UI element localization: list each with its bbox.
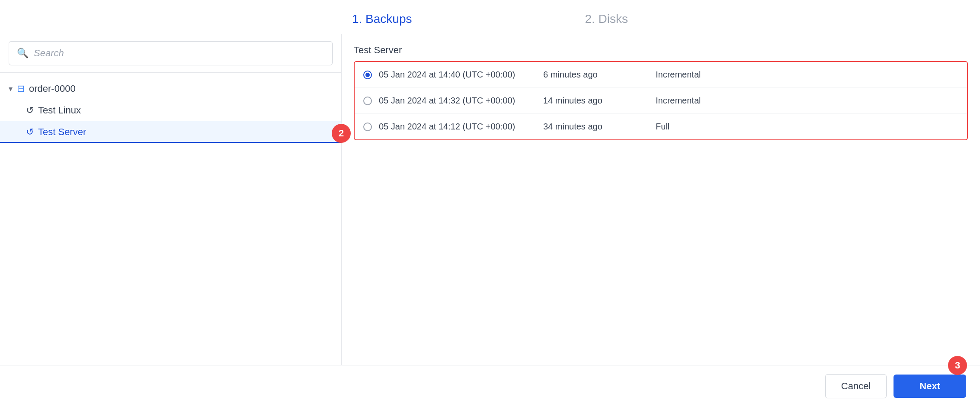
- radio-backup-3[interactable]: [363, 123, 372, 131]
- tree-container: ▾ ⊟ order-0000 ↺ Test Linux ↺ Test Serve…: [0, 73, 341, 365]
- annotation-badge-3: 3: [948, 356, 967, 375]
- next-button[interactable]: Next: [894, 375, 966, 398]
- wizard-step-2: 2. Disks: [498, 12, 714, 26]
- annotation-badge-2: 2: [332, 124, 351, 143]
- backup-ago-1: 6 minutes ago: [543, 70, 630, 80]
- server-title: Test Server: [354, 45, 968, 56]
- server-group-icon: ⊟: [17, 83, 25, 94]
- backup-info-2: 05 Jan 2024 at 14:32 (UTC +00:00) 14 min…: [379, 96, 958, 106]
- tree-label-test-linux: Test Linux: [38, 105, 81, 116]
- footer: 3 Cancel Next: [0, 365, 980, 407]
- search-input[interactable]: [34, 48, 324, 59]
- cancel-button[interactable]: Cancel: [825, 374, 887, 398]
- backup-ago-2: 14 minutes ago: [543, 96, 630, 106]
- radio-backup-1[interactable]: [363, 71, 372, 79]
- chevron-down-icon: ▾: [9, 84, 13, 94]
- restore-icon-server: ↺: [26, 126, 34, 138]
- tree-item-test-server[interactable]: ↺ Test Server 1: [0, 121, 341, 143]
- backup-item-3[interactable]: 05 Jan 2024 at 14:12 (UTC +00:00) 34 min…: [355, 114, 967, 139]
- selected-indicator: [0, 142, 341, 143]
- tree-label-test-server: Test Server: [38, 126, 86, 138]
- tree-group-label: order-0000: [29, 83, 76, 94]
- left-panel: 🔍 ▾ ⊟ order-0000 ↺ Test Linux ↺ Test Ser…: [0, 34, 342, 365]
- backup-info-1: 05 Jan 2024 at 14:40 (UTC +00:00) 6 minu…: [379, 70, 958, 80]
- backup-item-1[interactable]: 05 Jan 2024 at 14:40 (UTC +00:00) 6 minu…: [355, 62, 967, 88]
- backups-list: 05 Jan 2024 at 14:40 (UTC +00:00) 6 minu…: [354, 61, 968, 140]
- backup-item-2[interactable]: 05 Jan 2024 at 14:32 (UTC +00:00) 14 min…: [355, 88, 967, 114]
- search-icon: 🔍: [17, 48, 29, 59]
- backup-type-1: Incremental: [656, 70, 701, 80]
- right-panel-wrapper: Test Server 05 Jan 2024 at 14:40 (UTC +0…: [342, 34, 980, 365]
- radio-backup-2[interactable]: [363, 97, 372, 105]
- tree-item-test-linux[interactable]: ↺ Test Linux: [0, 100, 341, 121]
- tree-group-item[interactable]: ▾ ⊟ order-0000: [0, 78, 341, 100]
- search-box: 🔍: [9, 41, 333, 65]
- backup-type-3: Full: [656, 122, 669, 132]
- backup-ago-3: 34 minutes ago: [543, 122, 630, 132]
- right-panel: Test Server 05 Jan 2024 at 14:40 (UTC +0…: [342, 34, 980, 151]
- backup-type-2: Incremental: [656, 96, 701, 106]
- restore-icon-linux: ↺: [26, 105, 34, 116]
- backup-datetime-2: 05 Jan 2024 at 14:32 (UTC +00:00): [379, 96, 517, 106]
- backup-datetime-3: 05 Jan 2024 at 14:12 (UTC +00:00): [379, 122, 517, 132]
- wizard-step-1: 1. Backups: [266, 12, 499, 26]
- wizard-header: 1. Backups 2. Disks: [0, 0, 980, 34]
- search-container: 🔍: [0, 34, 341, 73]
- backup-datetime-1: 05 Jan 2024 at 14:40 (UTC +00:00): [379, 70, 517, 80]
- backup-info-3: 05 Jan 2024 at 14:12 (UTC +00:00) 34 min…: [379, 122, 958, 132]
